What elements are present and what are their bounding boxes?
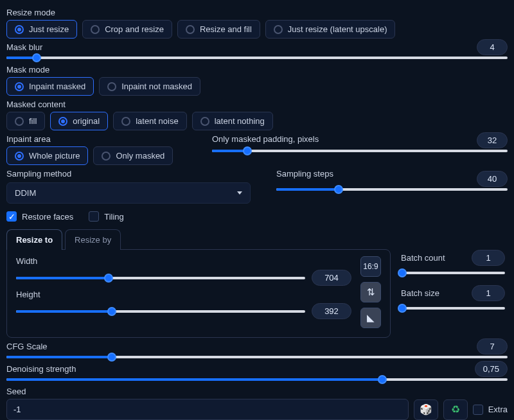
resize-mode-option-crop-and-resize[interactable]: Crop and resize: [82, 20, 172, 39]
dice-icon: 🎲: [420, 403, 432, 416]
tab-resize-to[interactable]: Resize to: [6, 229, 62, 250]
denoising-strength-slider-block: 0,75: [6, 376, 508, 383]
seed-input[interactable]: -1: [6, 399, 409, 420]
only-masked-padding-value-pill[interactable]: 32: [477, 132, 508, 148]
only-masked-padding-label: Only masked padding, pixels: [212, 134, 508, 144]
swap-icon: ⇅: [367, 286, 375, 298]
option-label: fill: [29, 116, 37, 126]
radio-icon: [15, 25, 24, 34]
batch-count-value-input[interactable]: 1: [472, 250, 505, 266]
resize-mode-label: Resize mode: [6, 8, 508, 17]
batch-size-slider[interactable]: [401, 305, 505, 311]
restore-faces-checkbox[interactable]: ✓: [6, 211, 17, 222]
radio-icon: [91, 25, 100, 34]
masked-content-group: fill original latent noise latent nothin…: [6, 112, 508, 130]
aspect-ratio-button[interactable]: 16:9: [360, 256, 381, 277]
mask-mode-option-inpaint-not-masked[interactable]: Inpaint not masked: [99, 77, 200, 96]
height-slider[interactable]: [16, 308, 305, 315]
option-label: Crop and resize: [105, 24, 164, 34]
mask-blur-slider-block: 4: [6, 55, 508, 61]
radio-icon: [15, 117, 24, 126]
tiling-checkbox[interactable]: [89, 211, 99, 222]
mask-mode-label: Mask mode: [6, 65, 508, 74]
radio-icon: [15, 82, 24, 91]
triangle-tool-button[interactable]: ◣: [360, 308, 381, 328]
option-label: Just resize: [29, 24, 69, 34]
sampling-method-value: DDIM: [15, 188, 36, 198]
resize-mode-option-resize-and-fill[interactable]: Resize and fill: [177, 20, 260, 39]
width-value-input[interactable]: 704: [312, 270, 351, 286]
mask-blur-value-pill[interactable]: 4: [477, 39, 508, 55]
inpaint-area-group: Whole picture Only masked: [6, 146, 199, 165]
batch-count-slider[interactable]: [401, 270, 505, 276]
denoising-strength-value-pill[interactable]: 0,75: [475, 361, 508, 377]
radio-icon: [58, 117, 67, 126]
denoising-strength-label: Denoising strength: [6, 364, 508, 374]
swap-dimensions-button[interactable]: ⇅: [360, 282, 381, 302]
cfg-scale-slider[interactable]: [6, 354, 508, 360]
resize-mode-option-latent-upscale[interactable]: Just resize (latent upscale): [265, 20, 396, 39]
batch-size-label: Batch size: [401, 288, 439, 298]
sampling-method-dropdown[interactable]: DDIM: [6, 182, 251, 204]
inpaint-area-option-whole-picture[interactable]: Whole picture: [6, 146, 88, 165]
cfg-scale-slider-block: 7: [6, 354, 508, 360]
only-masked-padding-slider-block: 32: [212, 148, 508, 154]
random-seed-button[interactable]: 🎲: [414, 399, 438, 420]
option-label: Resize and fill: [200, 24, 252, 34]
sampling-method-label: Sampling method: [6, 169, 263, 179]
tiling-label: Tiling: [104, 212, 124, 222]
masked-content-option-latent-noise[interactable]: latent noise: [113, 112, 187, 130]
sampling-steps-slider-block: 40: [276, 186, 508, 193]
seed-extra-label: Extra: [488, 405, 508, 414]
recycle-icon: ♻: [451, 403, 460, 416]
masked-content-option-latent-nothing[interactable]: latent nothing: [192, 112, 273, 130]
height-value-input[interactable]: 392: [312, 303, 351, 319]
inpaint-area-label: Inpaint area: [6, 134, 199, 144]
option-label: Inpaint masked: [29, 82, 85, 91]
sampling-steps-slider[interactable]: [276, 186, 508, 193]
batch-count-label: Batch count: [401, 253, 445, 263]
height-label: Height: [16, 290, 351, 299]
option-label: Only masked: [116, 151, 164, 161]
cfg-scale-value-pill[interactable]: 7: [477, 338, 508, 354]
triangle-icon: ◣: [367, 312, 375, 324]
reuse-seed-button[interactable]: ♻: [443, 399, 468, 420]
radio-icon: [200, 117, 209, 126]
radio-icon: [121, 117, 130, 126]
radio-icon: [107, 82, 116, 91]
option-label: Just resize (latent upscale): [288, 24, 387, 34]
option-label: Whole picture: [29, 151, 80, 161]
radio-icon: [274, 25, 283, 34]
width-label: Width: [16, 256, 351, 266]
inpaint-area-option-only-masked[interactable]: Only masked: [93, 146, 173, 165]
option-label: Inpaint not masked: [121, 82, 192, 91]
chevron-down-icon: [237, 191, 242, 195]
radio-icon: [15, 152, 24, 161]
resize-side-buttons: 16:9 ⇅ ◣: [360, 256, 381, 328]
radio-icon: [102, 152, 111, 161]
denoising-strength-slider[interactable]: [6, 376, 508, 383]
masked-content-label: Masked content: [6, 100, 508, 109]
resize-tabs: Resize to Resize by: [6, 229, 391, 250]
sampling-steps-value-pill[interactable]: 40: [477, 171, 508, 187]
masked-content-option-original[interactable]: original: [50, 112, 108, 130]
only-masked-padding-slider[interactable]: [212, 148, 508, 154]
resize-mode-option-just-resize[interactable]: Just resize: [6, 20, 77, 39]
width-slider[interactable]: [16, 275, 305, 281]
resize-panel: Width 704 Height 392 16:9 ⇅: [6, 249, 391, 338]
mask-mode-option-inpaint-masked[interactable]: Inpaint masked: [6, 77, 94, 96]
restore-faces-label: Restore faces: [22, 212, 73, 222]
radio-icon: [186, 25, 195, 34]
option-label: latent nothing: [215, 116, 265, 126]
cfg-scale-label: CFG Scale: [6, 342, 508, 351]
seed-extra-checkbox[interactable]: [473, 405, 483, 415]
mask-blur-slider[interactable]: [6, 55, 508, 61]
mask-blur-label: Mask blur: [6, 42, 508, 52]
tab-resize-by[interactable]: Resize by: [65, 229, 121, 250]
masked-content-option-fill[interactable]: fill: [6, 112, 45, 130]
mask-mode-group: Inpaint masked Inpaint not masked: [6, 77, 508, 96]
batch-size-value-input[interactable]: 1: [472, 285, 505, 301]
option-label: latent noise: [136, 116, 179, 126]
option-label: original: [73, 116, 100, 126]
resize-mode-group: Just resize Crop and resize Resize and f…: [6, 20, 508, 39]
